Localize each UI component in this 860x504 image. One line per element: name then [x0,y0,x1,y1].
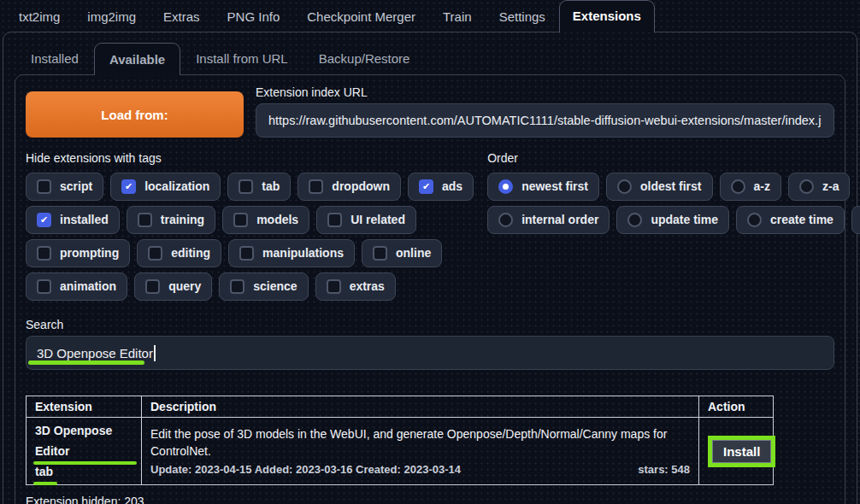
radio-icon [627,213,642,227]
chip-label: update time [651,213,718,227]
radio-icon [747,213,762,227]
order-radio-create-time[interactable]: create time [736,206,845,234]
chip-label: animation [60,279,116,294]
tag-checkbox-prompting[interactable]: prompting [26,239,130,267]
checkbox-icon [239,179,253,194]
chip-label: tab [262,179,280,194]
checkbox-icon [239,246,254,261]
checkbox-icon [145,279,160,294]
chip-label: online [396,246,431,261]
tag-checkbox-dropdown[interactable]: dropdown [297,173,401,201]
search-input-value: 3D Openpose Editor [37,346,153,360]
order-radio-newest-first[interactable]: newest first [487,173,599,201]
chip-label: science [253,279,297,294]
tag-checkbox-localization[interactable]: ✔localization [110,173,221,201]
radio-icon [617,179,632,194]
checkbox-icon [327,279,341,294]
checkbox-icon: ✔ [121,179,136,194]
checkbox-icon [37,279,51,294]
checkbox-icon [233,213,248,227]
chip-label: extras [350,279,385,294]
order-radio-a-z[interactable]: a-z [720,173,781,201]
radio-icon [498,179,513,194]
tag-checkbox-installed[interactable]: ✔installed [26,206,120,234]
extension-meta-row: Update: 2023-04-15 Added: 2023-03-16 Cre… [150,462,690,477]
order-group: Order newest firstoldest firsta-zz-ainte… [487,151,860,306]
tab-extensions[interactable]: Extensions [559,0,655,32]
tag-checkbox-query[interactable]: query [134,273,212,301]
chip-label: create time [770,213,833,227]
chip-label: oldest first [640,179,702,194]
subtab-backup-restore[interactable]: Backup/Restore [303,42,426,74]
chip-label: internal order [521,213,598,227]
tag-checkbox-tab[interactable]: tab [227,173,291,201]
tag-checkbox-ads[interactable]: ✔ads [408,173,474,201]
extension-index-url-input[interactable] [256,103,834,138]
order-radio-stars[interactable]: stars [851,206,860,234]
tab-checkpoint-merger[interactable]: Checkpoint Merger [293,1,429,32]
order-label: Order [487,151,860,165]
radio-dot-icon [503,184,509,190]
extensions-hidden-status: Extension hidden: 203 [26,495,834,504]
tag-checkbox-ui-related[interactable]: UI related [316,206,416,234]
search-input[interactable]: 3D Openpose Editor [26,336,834,370]
subtab-install-from-url[interactable]: Install from URL [180,42,303,74]
install-button[interactable]: Install [712,440,771,463]
checkbox-icon [373,246,387,261]
radio-icon [799,179,814,194]
table-row: 3D Openpose Editor tab Edit the pose of … [27,418,774,485]
page-root: { "app": { "main_tabs": [ {"label": "txt… [0,0,860,504]
tag-checkbox-science[interactable]: science [219,273,308,301]
chip-label: ads [442,179,462,194]
subtab-available[interactable]: Available [94,43,180,75]
checkbox-icon: ✔ [37,213,51,227]
tag-checkbox-animation[interactable]: animation [26,273,127,301]
search-annotation-underline [28,360,144,365]
chip-label: prompting [60,246,119,261]
main-tab-bar: txt2imgimg2imgExtrasPNG InfoCheckpoint M… [0,0,860,32]
tag-checkbox-training[interactable]: training [127,206,215,234]
tag-checkbox-manipulations[interactable]: manipulations [228,239,355,267]
extensions-panel: InstalledAvailableInstall from URLBackup… [3,32,857,504]
order-radio-oldest-first[interactable]: oldest first [606,173,713,201]
tag-checkbox-editing[interactable]: editing [137,239,221,267]
tab-extras[interactable]: Extras [150,1,214,32]
order-radio-internal-order[interactable]: internal order [487,206,610,234]
radio-icon [498,213,513,227]
tab-settings[interactable]: Settings [486,1,559,32]
radio-icon [731,179,745,194]
extension-dates: Update: 2023-04-15 Added: 2023-03-16 Cre… [150,462,461,477]
load-from-button[interactable]: Load from: [26,91,244,138]
order-radio-update-time[interactable]: update time [616,206,729,234]
checkbox-icon [230,279,244,294]
available-tab-content: Load from: Extension index URL Hide exte… [15,74,845,504]
extensions-sub-tab-bar: InstalledAvailableInstall from URLBackup… [3,42,857,74]
tag-checkbox-row: script✔localizationtabdropdown✔ads [26,173,474,201]
tag-checkbox-extras[interactable]: extras [315,273,396,301]
chip-label: a-z [754,179,770,194]
checkbox-icon [148,246,162,261]
extension-tag: tab [35,461,53,482]
tab-train[interactable]: Train [429,1,486,32]
chip-label: models [256,213,298,227]
tab-img2img[interactable]: img2img [74,1,150,32]
chip-label: editing [171,246,210,261]
order-radio-z-a[interactable]: z-a [788,173,850,201]
chip-label: manipulations [262,246,344,261]
chip-label: localization [144,179,209,194]
tag-checkbox-row: animationqueryscienceextras [26,273,474,301]
tag-checkbox-models[interactable]: models [222,206,309,234]
tag-checkbox-online[interactable]: online [362,239,442,267]
tab-png-info[interactable]: PNG Info [214,1,294,32]
order-radio-rows: newest firstoldest firsta-zz-ainternal o… [487,173,860,234]
extension-index-url-label: Extension index URL [256,85,834,99]
subtab-installed[interactable]: Installed [15,42,94,74]
tab-txt2img[interactable]: txt2img [5,1,74,32]
loader-row: Load from: Extension index URL [26,85,834,138]
chip-label: query [168,279,201,294]
chip-label: dropdown [332,179,390,194]
chip-label: newest first [521,179,588,194]
tag-checkbox-script[interactable]: script [26,173,103,201]
order-radio-row: newest firstoldest firsta-zz-a [487,173,860,201]
header-action: Action [699,396,774,418]
